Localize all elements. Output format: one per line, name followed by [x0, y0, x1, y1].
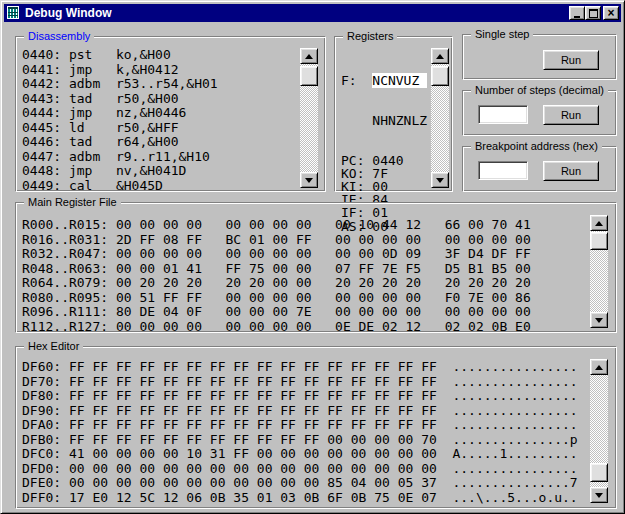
single-step-run-button[interactable]: Run	[543, 50, 599, 70]
f-register-value[interactable]: NCNVUZ	[372, 73, 427, 88]
scroll-down-button[interactable]	[300, 172, 318, 188]
registers-label: Registers	[343, 29, 397, 43]
hex-editor-row[interactable]: DFE0: 00 00 00 00 00 00 00 00 00 00 00 8…	[22, 476, 578, 491]
disassembly-scrollbar[interactable]	[300, 48, 318, 188]
scroll-up-button[interactable]	[431, 48, 449, 64]
hex-editor-row[interactable]: DFD0: 00 00 00 00 00 00 00 00 00 00 00 0…	[22, 462, 578, 477]
scroll-thumb[interactable]	[590, 463, 608, 482]
register-file-row: R064..R079: 00 20 20 20 20 20 00 00 20 2…	[22, 276, 531, 291]
breakpoint-label: Breakpoint address (hex)	[471, 139, 602, 153]
hex-editor-row[interactable]: DF70: FF FF FF FF FF FF FF FF FF FF FF F…	[22, 375, 578, 390]
scroll-down-button[interactable]	[431, 172, 449, 188]
registers-panel: Registers F: NCNVUZ NHNZNLZ PC: 0440KO: …	[334, 36, 453, 192]
hex-rows[interactable]: DF60: FF FF FF FF FF FF FF FF FF FF FF F…	[22, 360, 578, 505]
disassembly-line: 0448: jmp nv,&H041D	[22, 164, 218, 179]
f-register-line: F: NCNVUZ	[341, 74, 427, 87]
disassembly-line: 0446: tad r64,&H00	[22, 135, 218, 150]
breakpoint-input[interactable]	[478, 161, 528, 180]
title-bar[interactable]: Debug Window ×	[4, 4, 621, 22]
disassembly-lines: 0440: pst ko,&H000441: jmp k,&H04120442:…	[22, 48, 218, 193]
scroll-thumb[interactable]	[300, 66, 318, 86]
close-button[interactable]: ×	[603, 6, 619, 20]
window-title: Debug Window	[25, 4, 569, 22]
disassembly-line: 0440: pst ko,&H00	[22, 48, 218, 63]
close-icon: ×	[607, 8, 614, 18]
disassembly-line: 0443: tad r50,&H00	[22, 92, 218, 107]
breakpoint-panel: Breakpoint address (hex) Run	[462, 146, 617, 192]
scroll-up-button[interactable]	[300, 48, 318, 64]
disassembly-line: 0447: adbm r9..r11,&H10	[22, 150, 218, 165]
hex-editor-scrollbar[interactable]	[590, 359, 608, 503]
disassembly-line: 0444: jmp nz,&H0446	[22, 106, 218, 121]
disassembly-line: 0445: ld r50,&HFF	[22, 121, 218, 136]
mrf-rows: R000..R015: 00 00 00 00 00 00 00 00 00 1…	[22, 218, 531, 334]
arrow-up-icon	[436, 54, 444, 59]
register-file-row: R048..R063: 00 00 01 41 FF 75 00 00 07 F…	[22, 262, 531, 277]
window-controls: ×	[569, 6, 619, 20]
arrow-up-icon	[305, 54, 313, 59]
hex-editor-row[interactable]: DF60: FF FF FF FF FF FF FF FF FF FF FF F…	[22, 360, 578, 375]
number-of-steps-input[interactable]	[478, 105, 528, 124]
single-step-panel: Single step Run	[462, 34, 617, 80]
scroll-up-button[interactable]	[590, 359, 608, 375]
register-line: PC: 0440	[341, 154, 427, 167]
arrow-down-icon	[595, 318, 603, 323]
minimize-icon	[574, 16, 580, 18]
scroll-down-button[interactable]	[590, 312, 608, 328]
hex-editor-row[interactable]: DFC0: 41 00 00 00 00 10 31 FF 00 00 00 0…	[22, 447, 578, 462]
scroll-down-button[interactable]	[590, 487, 608, 503]
breakpoint-run-button[interactable]: Run	[543, 161, 599, 181]
hex-editor-row[interactable]: DFF0: 17 E0 12 5C 12 06 0B 35 01 03 0B 6…	[22, 491, 578, 506]
arrow-down-icon	[305, 178, 313, 183]
maximize-button[interactable]	[585, 6, 601, 20]
number-of-steps-panel: Number of steps (decimal) Run	[462, 90, 617, 136]
f-register-line2: NHNZNLZ	[341, 114, 427, 127]
main-register-file-scrollbar[interactable]	[590, 215, 608, 328]
register-file-row: R032..R047: 00 00 00 00 00 00 00 00 00 0…	[22, 247, 531, 262]
number-of-steps-run-button[interactable]: Run	[543, 105, 599, 125]
main-register-file-label: Main Register File	[24, 195, 121, 209]
hex-editor-panel: Hex Editor DF60: FF FF FF FF FF FF FF FF…	[15, 346, 617, 509]
f-register-prefix: F:	[341, 73, 372, 88]
single-step-label: Single step	[471, 27, 533, 41]
register-file-row: R080..R095: 00 51 FF FF 00 00 00 00 00 0…	[22, 291, 531, 306]
main-register-file-panel: Main Register File R000..R015: 00 00 00 …	[15, 202, 617, 333]
hex-editor-row[interactable]: DF90: FF FF FF FF FF FF FF FF FF FF FF F…	[22, 404, 578, 419]
register-file-row: R000..R015: 00 00 00 00 00 00 00 00 00 1…	[22, 218, 531, 233]
disassembly-line: 0449: cal &H045D	[22, 179, 218, 194]
scroll-thumb[interactable]	[590, 232, 608, 250]
scroll-up-button[interactable]	[590, 215, 608, 231]
hex-editor-row[interactable]: DFB0: FF FF FF FF FF FF FF FF FF FF FF 0…	[22, 433, 578, 448]
hex-editor-row[interactable]: DFA0: FF FF FF FF FF FF FF FF FF FF FF F…	[22, 418, 578, 433]
disassembly-line: 0442: adbm r53..r54,&H01	[22, 77, 218, 92]
minimize-button[interactable]	[569, 6, 585, 20]
arrow-up-icon	[595, 365, 603, 370]
register-file-row: R096..R111: 80 DE 04 0F 00 00 00 7E 00 0…	[22, 305, 531, 320]
number-of-steps-label: Number of steps (decimal)	[471, 83, 608, 97]
maximize-icon	[589, 9, 598, 18]
scroll-thumb[interactable]	[431, 66, 449, 86]
arrow-down-icon	[436, 178, 444, 183]
register-file-row: R016..R031: 2D FF 08 FF BC 01 00 FF 00 0…	[22, 233, 531, 248]
hex-editor-row[interactable]: DF80: FF FF FF FF FF FF FF FF FF FF FF F…	[22, 389, 578, 404]
arrow-up-icon	[595, 221, 603, 226]
debug-window: Debug Window × Disassembly 0440: pst ko,…	[0, 0, 625, 514]
disassembly-panel: Disassembly 0440: pst ko,&H000441: jmp k…	[15, 36, 326, 192]
disassembly-label: Disassembly	[24, 29, 94, 43]
registers-scrollbar[interactable]	[431, 48, 449, 188]
register-file-row: R112..R127: 00 00 00 00 00 00 00 00 0E D…	[22, 320, 531, 335]
hex-editor-label: Hex Editor	[24, 339, 83, 353]
debug-app-icon[interactable]	[6, 6, 20, 20]
disassembly-line: 0441: jmp k,&H0412	[22, 63, 218, 78]
arrow-down-icon	[595, 493, 603, 498]
